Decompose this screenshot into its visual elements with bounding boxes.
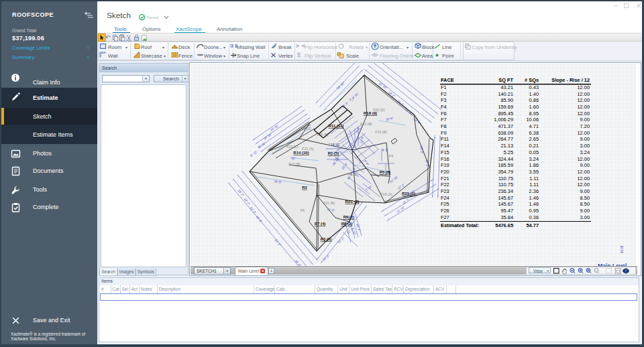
svg-text:F25: F25 <box>441 201 449 207</box>
svg-text:185.59: 185.59 <box>498 162 513 168</box>
svg-text:F20: F20 <box>441 169 449 175</box>
svg-text:25' 4": 25' 4" <box>420 146 424 154</box>
svg-text:3.24: 3.24 <box>580 149 590 155</box>
svg-text:110.75: 110.75 <box>498 176 513 182</box>
svg-text:12.00: 12.00 <box>578 169 590 175</box>
svg-text:F6: F6 <box>441 111 447 117</box>
svg-text:F3: F3 <box>441 97 447 103</box>
svg-text:1.60: 1.60 <box>529 104 539 110</box>
svg-text:236.34: 236.34 <box>498 188 513 194</box>
svg-text:F11: F11 <box>441 136 449 142</box>
svg-text:1.11: 1.11 <box>529 176 539 182</box>
svg-text:35.84: 35.84 <box>501 214 514 220</box>
svg-text:4' 3": 4' 3" <box>382 149 388 152</box>
svg-text:12.00: 12.00 <box>578 111 590 117</box>
svg-text:43.21: 43.21 <box>501 84 514 90</box>
svg-text:F9: F9 <box>389 154 393 158</box>
svg-text:F21: F21 <box>441 176 449 182</box>
svg-text:F16 (A): F16 (A) <box>380 192 392 196</box>
svg-text:2.65: 2.65 <box>529 136 539 142</box>
svg-text:F14: F14 <box>441 143 449 149</box>
svg-text:F19: F19 <box>441 162 449 168</box>
svg-text:12.00: 12.00 <box>578 156 590 162</box>
svg-text:F7: F7 <box>441 117 447 123</box>
svg-text:F9: F9 <box>441 130 447 136</box>
svg-text:F15: F15 <box>441 149 449 155</box>
svg-text:638.09: 638.09 <box>498 130 513 136</box>
svg-text:12.00: 12.00 <box>578 182 590 188</box>
svg-text:12.00: 12.00 <box>578 84 590 90</box>
svg-text:1,006.29: 1,006.29 <box>494 117 513 123</box>
svg-text:0.36: 0.36 <box>529 214 539 220</box>
svg-text:471.37: 471.37 <box>498 123 513 129</box>
svg-text:145.67: 145.67 <box>498 195 513 201</box>
svg-text:R3 (6): R3 (6) <box>321 237 332 241</box>
svg-text:12.00: 12.00 <box>578 130 590 136</box>
svg-text:1.40: 1.40 <box>529 91 539 97</box>
svg-text:6.38: 6.38 <box>529 130 539 136</box>
svg-text:R8 (2): R8 (2) <box>341 222 353 226</box>
svg-text:F20 (D): F20 (D) <box>373 108 385 112</box>
svg-text:3.00: 3.00 <box>580 143 590 149</box>
svg-text:F2: F2 <box>441 91 447 97</box>
svg-text:0.86: 0.86 <box>529 97 539 103</box>
svg-text:54.77: 54.77 <box>527 222 539 228</box>
svg-text:3.55: 3.55 <box>529 169 539 175</box>
svg-text:1.46: 1.46 <box>529 201 539 207</box>
svg-text:95.47: 95.47 <box>501 208 514 214</box>
svg-text:F8: F8 <box>441 123 447 129</box>
svg-text:SQ FT: SQ FT <box>498 77 513 83</box>
svg-text:9.00: 9.00 <box>580 136 590 142</box>
svg-text:FACE: FACE <box>441 77 454 83</box>
svg-text:3.24: 3.24 <box>529 156 539 162</box>
svg-text:Slope - Rise / 12: Slope - Rise / 12 <box>551 77 590 83</box>
svg-text:12.00: 12.00 <box>578 176 590 182</box>
svg-text:264.77: 264.77 <box>498 136 513 142</box>
svg-text:9.00: 9.00 <box>580 117 590 123</box>
svg-text:3.00: 3.00 <box>580 214 590 220</box>
svg-text:159.69: 159.69 <box>498 104 513 110</box>
svg-text:21.13: 21.13 <box>501 143 514 149</box>
svg-text:R5 (8): R5 (8) <box>380 170 391 174</box>
svg-text:R2: R2 <box>302 186 307 190</box>
svg-text:10.06: 10.06 <box>527 117 539 123</box>
svg-text:F4: F4 <box>441 104 447 110</box>
svg-text:0.21: 0.21 <box>529 143 539 149</box>
svg-text:9.00: 9.00 <box>580 162 590 168</box>
svg-text:F11 (B): F11 (B) <box>324 201 335 205</box>
svg-text:324.44: 324.44 <box>498 156 513 162</box>
svg-text:20': 20' <box>291 157 296 161</box>
svg-text:0.05: 0.05 <box>529 149 539 155</box>
svg-text:F19 (B): F19 (B) <box>375 130 387 134</box>
svg-text:Estimated Total:: Estimated Total: <box>441 222 479 228</box>
svg-text:5476.65: 5476.65 <box>495 222 513 228</box>
svg-text:F6: F6 <box>301 208 305 212</box>
svg-text:12.00: 12.00 <box>578 104 590 110</box>
svg-text:4.71: 4.71 <box>529 123 539 129</box>
svg-text:49 98: 49 98 <box>621 245 624 253</box>
svg-text:1.11: 1.11 <box>529 182 539 188</box>
svg-text:0.95: 0.95 <box>529 208 539 214</box>
svg-text:R2C (3): R2C (3) <box>345 200 359 204</box>
svg-text:1.46: 1.46 <box>529 195 539 201</box>
svg-text:F23: F23 <box>441 188 449 194</box>
svg-text:F27: F27 <box>441 214 449 220</box>
svg-text:F16: F16 <box>441 156 449 162</box>
svg-text:85.90: 85.90 <box>501 97 514 103</box>
svg-text:9.00: 9.00 <box>580 208 590 214</box>
svg-text:F26: F26 <box>441 208 449 214</box>
svg-text:5.25: 5.25 <box>504 149 513 155</box>
svg-text:8.50: 8.50 <box>580 195 590 201</box>
svg-text:F24: F24 <box>441 195 449 201</box>
svg-text:F10 (B): F10 (B) <box>360 122 372 126</box>
svg-text:F22 (B): F22 (B) <box>288 162 301 166</box>
svg-text:F21 (A): F21 (A) <box>302 147 314 151</box>
svg-text:145.67: 145.67 <box>498 201 513 207</box>
svg-text:R14 (10): R14 (10) <box>293 151 309 155</box>
svg-text:11' 1": 11' 1" <box>425 159 429 167</box>
svg-text:7.20: 7.20 <box>580 123 590 129</box>
svg-text:1.86: 1.86 <box>529 162 539 168</box>
svg-text:F23 (C): F23 (C) <box>299 127 311 131</box>
svg-text:140.21: 140.21 <box>498 91 513 97</box>
svg-text:2.36: 2.36 <box>529 188 539 194</box>
